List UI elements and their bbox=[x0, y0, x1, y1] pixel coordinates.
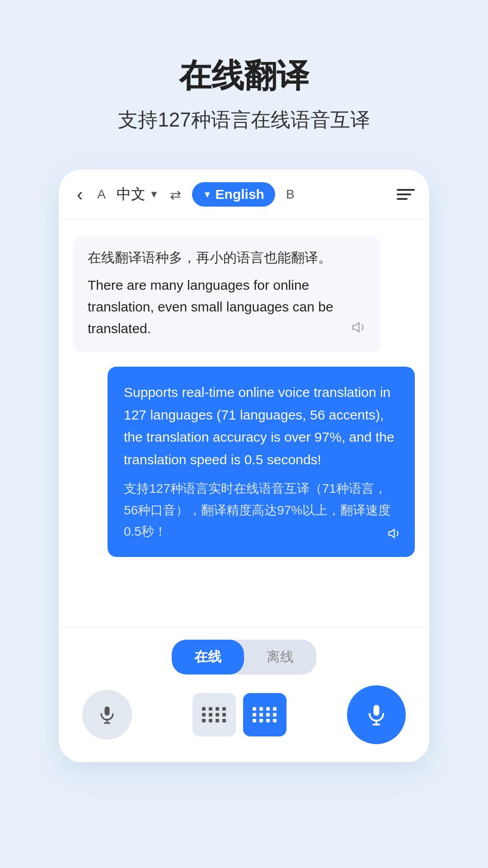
keyboard-active-button[interactable] bbox=[243, 693, 286, 736]
chat-area: 在线翻译语种多，再小的语言也能翻译。 There are many langua… bbox=[59, 220, 429, 627]
right-translation-bubble: Supports real-time online voice translat… bbox=[108, 367, 415, 557]
bottom-bar: 在线 离线 bbox=[59, 627, 429, 762]
right-english-text: Supports real-time online voice translat… bbox=[124, 381, 399, 471]
keyboard-inactive-button[interactable] bbox=[192, 693, 236, 736]
action-row bbox=[73, 685, 415, 744]
back-button[interactable]: ‹ bbox=[73, 183, 86, 207]
offline-mode-button[interactable]: 离线 bbox=[244, 640, 316, 675]
translated-text: There are many languages for online tran… bbox=[88, 274, 366, 340]
page-header: 在线翻译 支持127种语言在线语音互译 bbox=[0, 0, 488, 160]
mode-row: 在线 离线 bbox=[73, 640, 415, 675]
source-lang-arrow: ▼ bbox=[149, 189, 159, 200]
speaker-icon-right[interactable] bbox=[388, 526, 402, 544]
right-chinese-text: 支持127种语言实时在线语音互译（71种语言，56种口音），翻译精度高达97%以… bbox=[124, 478, 399, 542]
phone-mockup: ‹ A 中文 ▼ ⇄ ▼ English B 在线翻译语种多，再小的语言也能翻译… bbox=[59, 170, 429, 762]
mode-toggle[interactable]: 在线 离线 bbox=[172, 640, 316, 675]
source-language-selector[interactable]: 中文 ▼ bbox=[117, 184, 159, 204]
svg-rect-5 bbox=[374, 705, 380, 716]
keyboard-group bbox=[192, 693, 286, 736]
speaker-icon-left[interactable] bbox=[352, 319, 368, 340]
source-text: 在线翻译语种多，再小的语言也能翻译。 bbox=[88, 249, 366, 267]
swap-languages-button[interactable]: ⇄ bbox=[170, 187, 181, 203]
svg-marker-0 bbox=[353, 323, 359, 332]
target-language-selector[interactable]: ▼ English bbox=[192, 182, 275, 207]
mic-button-blue[interactable] bbox=[347, 685, 406, 744]
toolbar: ‹ A 中文 ▼ ⇄ ▼ English B bbox=[59, 170, 429, 220]
page-subtitle: 支持127种语言在线语音互译 bbox=[18, 107, 470, 133]
mic-button-gray[interactable] bbox=[82, 690, 132, 740]
online-mode-button[interactable]: 在线 bbox=[172, 640, 244, 675]
lang-b-label: B bbox=[282, 185, 298, 203]
page-title: 在线翻译 bbox=[18, 54, 470, 98]
svg-rect-2 bbox=[105, 707, 110, 716]
svg-marker-1 bbox=[389, 529, 394, 538]
left-translation-bubble: 在线翻译语种多，再小的语言也能翻译。 There are many langua… bbox=[73, 236, 380, 352]
menu-button[interactable] bbox=[397, 189, 415, 200]
lang-a-label: A bbox=[94, 185, 109, 203]
target-lang-arrow: ▼ bbox=[203, 189, 212, 200]
